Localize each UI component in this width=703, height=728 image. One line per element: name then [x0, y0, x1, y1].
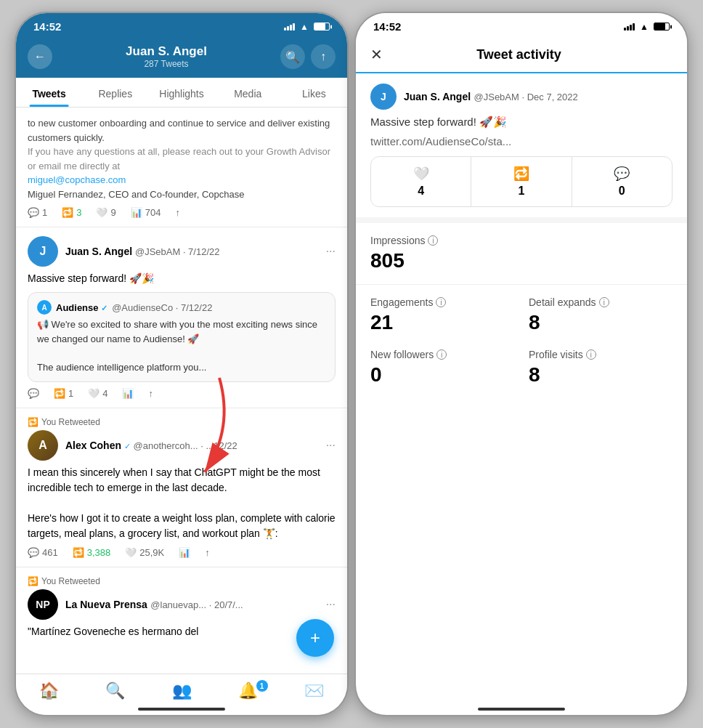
compose-button[interactable]: +	[296, 619, 334, 657]
right-status-bar: 14:52 ▲	[356, 13, 687, 37]
heart-icon: 🤍	[96, 207, 107, 218]
reply-count: 1	[42, 207, 47, 218]
tab-highlights[interactable]: Highlights	[148, 78, 214, 107]
views-action: 📊 704	[131, 207, 161, 218]
tweet3-header: A Alex Cohen ✓ @anothercoh... · ...12/22…	[28, 430, 336, 461]
new-followers-value: 0	[370, 363, 514, 387]
tab-media[interactable]: Media	[215, 78, 281, 107]
back-button[interactable]: ←	[28, 44, 52, 69]
tweet2-reply[interactable]: 💬	[28, 388, 39, 399]
nav-notifications[interactable]: 🔔 1	[215, 682, 281, 700]
tweet3-reply[interactable]: 💬 461	[28, 547, 58, 558]
profile-visits-info-icon[interactable]: i	[586, 349, 596, 360]
tweet-card-2: J Juan S. Angel @JSebAM · 7/12/22 ··· Ma…	[16, 227, 347, 408]
profile-title: Juan S. Angel 287 Tweets	[126, 44, 207, 69]
activity-handle: @JSebAM · Dec 7, 2022	[474, 92, 578, 102]
retweet-count: 3,388	[87, 547, 111, 558]
activity-tweet-meta: Juan S. Angel @JSebAM · Dec 7, 2022	[404, 90, 578, 103]
signal-bar-3	[630, 25, 632, 31]
quoted-tweet[interactable]: A Audiense ✓ @AudienseCo · 7/12/22 📢 We'…	[28, 292, 336, 382]
more-button-3[interactable]: ···	[326, 439, 336, 452]
like-count: 25,9K	[139, 547, 164, 558]
retweet-icon: 🔁	[62, 207, 73, 218]
la-nueva-avatar: NP	[28, 589, 58, 620]
right-battery-icon	[654, 23, 670, 31]
more-button-2[interactable]: ···	[326, 245, 336, 258]
tweet2-retweet[interactable]: 🔁 1	[54, 388, 73, 399]
new-followers-info-icon[interactable]: i	[436, 349, 447, 360]
partial-tweet-content: to new customer onboarding and continue …	[28, 116, 336, 201]
retweet-action[interactable]: 🔁 3	[62, 207, 81, 218]
more-button-4[interactable]: ···	[326, 598, 336, 611]
left-status-icons: ▲	[284, 22, 330, 32]
views-count: 704	[145, 207, 161, 218]
tweet3-meta: Alex Cohen ✓ @anothercoh... · ...12/22	[65, 439, 319, 452]
quoted-header: A Audiense ✓ @AudienseCo · 7/12/22	[37, 300, 326, 315]
nav-messages[interactable]: ✉️	[281, 682, 347, 700]
tweet4-handle: @lanuevap... · 20/7/...	[150, 599, 243, 610]
share-action[interactable]: ↑	[175, 207, 180, 218]
battery-icon	[314, 23, 330, 31]
retweets-stat: 🔁 1	[471, 157, 572, 206]
right-signal-icon	[624, 23, 635, 31]
alex-avatar: A	[28, 430, 58, 461]
tab-replies[interactable]: Replies	[82, 78, 148, 107]
chart-icon: 📊	[179, 547, 190, 558]
activity-author: Juan S. Angel	[404, 91, 471, 102]
tweet3-share[interactable]: ↑	[205, 547, 210, 558]
compose-icon: +	[310, 628, 320, 648]
tab-likes[interactable]: Likes	[281, 78, 347, 107]
tweet3-like[interactable]: 🤍 25,9K	[125, 547, 164, 558]
nav-search[interactable]: 🔍	[82, 682, 148, 700]
retweet-icon: 🔁	[73, 547, 84, 558]
impressions-label: Impressions i	[370, 235, 672, 246]
nav-people[interactable]: 👥	[148, 682, 214, 700]
tweet-card-3: 🔁 You Retweeted A Alex Cohen ✓ @anotherc…	[16, 408, 347, 567]
tab-tweets[interactable]: Tweets	[16, 78, 82, 107]
left-status-bar: 14:52 ▲	[16, 13, 347, 37]
tweet3-retweet[interactable]: 🔁 3,388	[73, 547, 111, 558]
tweet3-content: I mean this sincerely when I say that Ch…	[28, 465, 336, 541]
header-row: ← Juan S. Angel 287 Tweets 🔍 ↑	[28, 44, 336, 78]
activity-tweet-text: Massive step forward! 🚀🎉	[370, 114, 672, 131]
tweet2-share[interactable]: ↑	[148, 388, 153, 399]
tweet1-actions: 💬 1 🔁 3 🤍 9 📊 704	[28, 207, 336, 218]
share-button[interactable]: ↑	[311, 44, 336, 69]
signal-icon	[284, 23, 295, 31]
reply-icon: 💬	[28, 207, 39, 218]
retweets-value: 1	[477, 185, 565, 198]
tweet2-like[interactable]: 🤍 4	[88, 388, 107, 399]
right-status-icons: ▲	[624, 22, 670, 32]
chart-icon: 📊	[122, 388, 134, 399]
tweet-card-partial: to new customer onboarding and continue …	[16, 108, 347, 227]
tweet2-handle: @JSebAM · 7/12/22	[135, 246, 220, 257]
engagements-value: 21	[370, 311, 514, 334]
signal-bar-4	[633, 23, 635, 31]
signal-bar-2	[287, 26, 289, 31]
nav-home[interactable]: 🏠	[16, 682, 82, 700]
tweet-feed: to new customer onboarding and continue …	[16, 108, 347, 635]
activity-title: Tweet activity	[476, 47, 561, 62]
quoted-author: Audiense ✓	[56, 302, 107, 313]
engagement-stats-row: 🤍 4 🔁 1 💬 0	[370, 156, 672, 207]
replies-stat: 💬 0	[572, 157, 672, 206]
header-actions: 🔍 ↑	[280, 44, 336, 69]
retweet-icon: 🔁	[54, 388, 65, 399]
like-action[interactable]: 🤍 9	[96, 207, 115, 218]
tweet3-handle: @anothercoh... · ...12/22	[134, 440, 237, 451]
search-button[interactable]: 🔍	[280, 44, 305, 69]
detail-expands-info-icon[interactable]: i	[599, 297, 609, 307]
profile-nav-tabs: Tweets Replies Highlights Media Likes	[16, 78, 347, 108]
impressions-info-icon[interactable]: i	[428, 235, 438, 246]
tweet4-author: La Nueva Prensa	[65, 599, 147, 610]
reply-action[interactable]: 💬 1	[28, 207, 47, 218]
detail-expands-value: 8	[529, 311, 672, 334]
retweet-stat-icon: 🔁	[477, 166, 565, 182]
tweet3-actions: 💬 461 🔁 3,388 🤍 25,9K 📊	[28, 547, 336, 558]
heart-icon: 🤍	[125, 547, 137, 558]
share-icon: ↑	[175, 207, 180, 218]
tweet2-header: J Juan S. Angel @JSebAM · 7/12/22 ···	[28, 236, 336, 267]
activity-tweet-header: J Juan S. Angel @JSebAM · Dec 7, 2022	[370, 84, 672, 110]
engagements-info-icon[interactable]: i	[436, 297, 446, 307]
close-button[interactable]: ✕	[370, 46, 383, 63]
